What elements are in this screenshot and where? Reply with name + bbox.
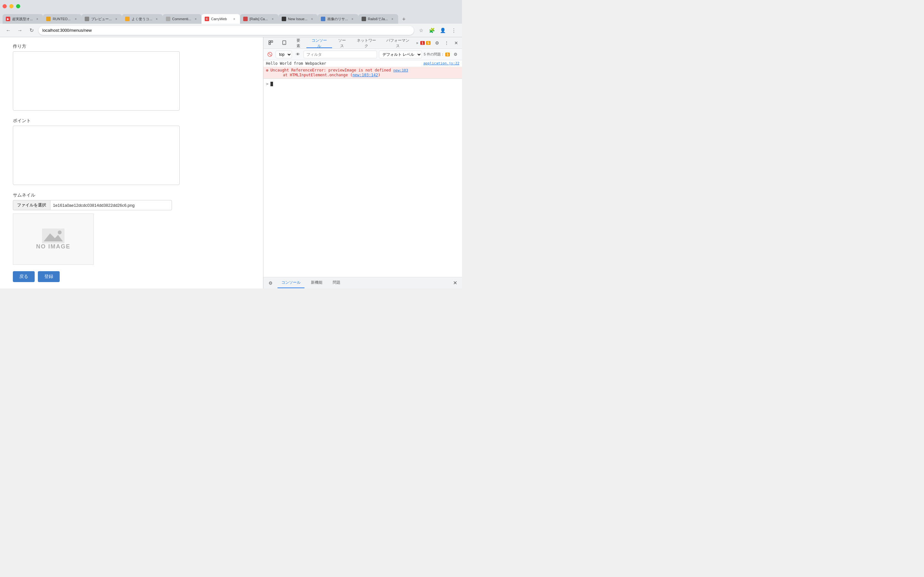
issues-settings-button[interactable]: ⚙ bbox=[452, 51, 459, 58]
console-line-info: Hello World from Webpacker application.j… bbox=[263, 60, 462, 67]
howto-textarea[interactable] bbox=[13, 51, 180, 111]
points-group: ポイント bbox=[13, 118, 250, 186]
devtools-panel: 要素 コンソール ソース ネットワーク パフォーマンス » 1 5 ⚙ ⋮ ✕ bbox=[263, 37, 462, 288]
devtools-tab-performance[interactable]: パフォーマンス bbox=[381, 38, 414, 48]
devtools-settings-button[interactable]: ⚙ bbox=[433, 39, 441, 47]
devtools-tab-network[interactable]: ネットワーク bbox=[352, 38, 381, 48]
file-input-row: ファイルを選択 1e161a0ae12dcdc03814dd3822dd26c6… bbox=[13, 200, 250, 210]
maximize-window-button[interactable] bbox=[16, 4, 20, 8]
tab-close-3[interactable]: × bbox=[113, 16, 119, 21]
tab-label-8: New Issue... bbox=[288, 17, 308, 21]
inspector-icon bbox=[268, 40, 273, 45]
tab-4[interactable]: よく使うコ... × bbox=[122, 14, 162, 24]
address-input[interactable] bbox=[39, 26, 414, 35]
tab-1[interactable]: ▶ 超実践型オ... × bbox=[3, 14, 43, 24]
tab-close-6[interactable]: × bbox=[232, 16, 237, 21]
console-error-row: ⊗ Uncaught ReferenceError: previewImage … bbox=[266, 68, 459, 73]
error-count: 1 bbox=[420, 41, 425, 45]
devtools-close-button[interactable]: ✕ bbox=[452, 39, 461, 47]
devtools-bottom-close[interactable]: ✕ bbox=[451, 279, 459, 287]
clear-console-button[interactable]: 🚫 bbox=[266, 51, 274, 58]
warn-count: 5 bbox=[426, 41, 431, 45]
tab-close-7[interactable]: × bbox=[270, 16, 275, 21]
devtools-tab-device[interactable] bbox=[278, 38, 290, 48]
bookmark-button[interactable]: ☆ bbox=[417, 26, 425, 35]
close-window-button[interactable] bbox=[3, 4, 7, 8]
tab-close-1[interactable]: × bbox=[35, 16, 40, 21]
no-image-icon bbox=[42, 229, 65, 243]
tab-close-5[interactable]: × bbox=[193, 16, 198, 21]
tab-label-4: よく使うコ... bbox=[132, 17, 152, 21]
filter-input[interactable] bbox=[304, 51, 377, 58]
console-text-error: Uncaught ReferenceError: previewImage is… bbox=[270, 68, 459, 73]
thumbnail-preview: NO IMAGE bbox=[13, 213, 94, 265]
device-icon bbox=[282, 40, 286, 45]
tab-8[interactable]: New Issue... × bbox=[278, 14, 318, 24]
console-file-info[interactable]: application.js:22 bbox=[423, 61, 459, 65]
error-file-link[interactable]: new:103 bbox=[393, 68, 408, 73]
tab-close-4[interactable]: × bbox=[154, 16, 160, 21]
console-prompt: > bbox=[266, 81, 268, 86]
devtools-tab-inspector[interactable] bbox=[265, 38, 278, 48]
title-bar bbox=[0, 0, 462, 12]
error-badge: 1 5 bbox=[420, 39, 431, 47]
console-input-row: > bbox=[263, 79, 462, 89]
tab-close-8[interactable]: × bbox=[309, 16, 314, 21]
tab-label-3: プレビュー... bbox=[91, 17, 111, 21]
tab-close-10[interactable]: × bbox=[390, 16, 395, 21]
devtools-tabs-bar: 要素 コンソール ソース ネットワーク パフォーマンス » 1 5 ⚙ ⋮ ✕ bbox=[263, 37, 462, 49]
devtools-bottom-settings[interactable]: ⚙ bbox=[266, 279, 275, 287]
context-select[interactable]: top bbox=[276, 51, 292, 58]
svg-point-2 bbox=[58, 230, 61, 234]
issues-count-display: 5 件の問題： 5 bbox=[424, 52, 450, 57]
profile-button[interactable]: 👤 bbox=[438, 26, 447, 35]
howto-group: 作り方 bbox=[13, 44, 250, 111]
menu-button[interactable]: ⋮ bbox=[449, 26, 458, 35]
tab-9[interactable]: 画像のリサ... × bbox=[318, 14, 358, 24]
back-nav-button[interactable]: ← bbox=[4, 26, 13, 35]
error-stack-link[interactable]: new:103:142 bbox=[352, 73, 378, 77]
new-tab-button[interactable]: + bbox=[399, 15, 409, 24]
page-content: 作り方 ポイント サムネイル ファイルを選択 1e161a0ae12dcdc03… bbox=[0, 37, 263, 288]
register-button[interactable]: 登録 bbox=[38, 271, 60, 282]
file-select-button[interactable]: ファイルを選択 bbox=[13, 200, 50, 210]
window-controls bbox=[3, 4, 20, 8]
forward-nav-button[interactable]: → bbox=[15, 26, 24, 35]
back-button[interactable]: 戻る bbox=[13, 271, 35, 282]
thumbnail-group: サムネイル ファイルを選択 1e161a0ae12dcdc03814dd3822… bbox=[13, 192, 250, 265]
address-bar: ← → ↻ ☆ 🧩 👤 ⋮ bbox=[0, 24, 462, 37]
devtools-more-tabs[interactable]: » bbox=[415, 41, 420, 45]
devtools-bottom-tab-console[interactable]: コンソール bbox=[278, 278, 304, 288]
tab-5[interactable]: Commenti... × bbox=[163, 14, 202, 24]
eye-button[interactable]: 👁 bbox=[294, 51, 302, 58]
tab-favicon-1: ▶ bbox=[6, 17, 10, 21]
svg-point-7 bbox=[284, 44, 284, 44]
devtools-tab-console[interactable]: コンソール bbox=[306, 38, 332, 48]
minimize-window-button[interactable] bbox=[9, 4, 13, 8]
devtools-tab-elements[interactable]: 要素 bbox=[291, 38, 306, 48]
tab-favicon-3 bbox=[85, 17, 89, 21]
content-area: 作り方 ポイント サムネイル ファイルを選択 1e161a0ae12dcdc03… bbox=[0, 37, 462, 288]
devtools-tab-sources[interactable]: ソース bbox=[333, 38, 351, 48]
tab-label-7: [Rails] Ca... bbox=[250, 17, 268, 21]
level-select[interactable]: デフォルト レベル bbox=[379, 51, 422, 58]
devtools-bottom-tab-whatsnew[interactable]: 新機能 bbox=[307, 278, 326, 288]
devtools-more-button[interactable]: ⋮ bbox=[442, 39, 451, 47]
extension-button[interactable]: 🧩 bbox=[427, 26, 436, 35]
tab-close-2[interactable]: × bbox=[73, 16, 78, 21]
tab-close-9[interactable]: × bbox=[350, 16, 355, 21]
devtools-bottom-tab-issues[interactable]: 問題 bbox=[329, 278, 344, 288]
points-label: ポイント bbox=[13, 118, 250, 124]
points-textarea[interactable] bbox=[13, 126, 180, 185]
tab-6[interactable]: C CarryWeb × bbox=[202, 14, 240, 24]
form-buttons: 戻る 登録 bbox=[13, 271, 250, 282]
reload-button[interactable]: ↻ bbox=[27, 26, 36, 35]
tab-2[interactable]: RUNTEO... × bbox=[43, 14, 81, 24]
console-output: Hello World from Webpacker application.j… bbox=[263, 60, 462, 277]
tab-favicon-8 bbox=[282, 17, 286, 21]
tab-favicon-2 bbox=[46, 17, 51, 21]
no-image-text: NO IMAGE bbox=[36, 243, 70, 250]
tab-3[interactable]: プレビュー... × bbox=[81, 14, 122, 24]
tab-7[interactable]: [Rails] Ca... × bbox=[240, 14, 278, 24]
tab-10[interactable]: Rails6でJa... × bbox=[359, 14, 398, 24]
